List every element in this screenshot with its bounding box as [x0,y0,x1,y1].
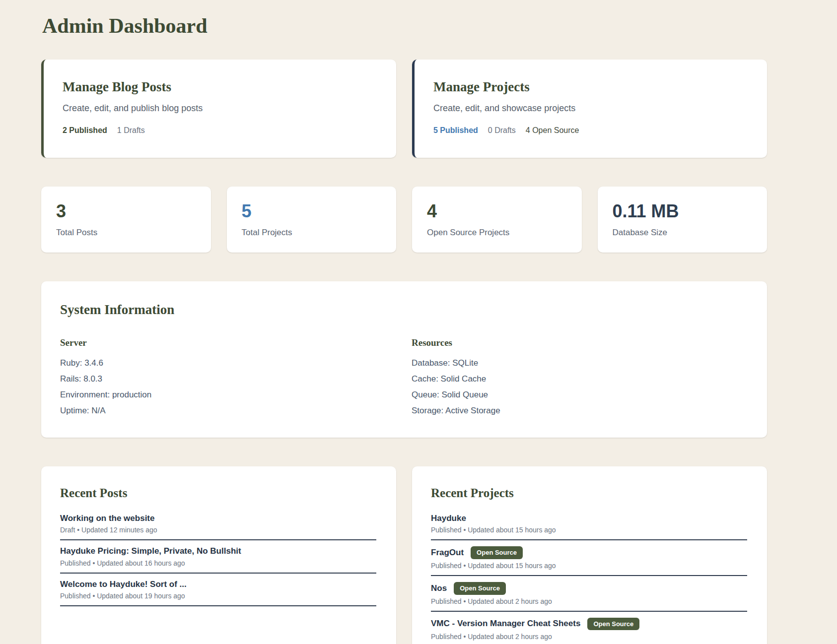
uptime: Uptime: N/A [60,406,396,415]
post-title[interactable]: Working on the website [60,514,154,523]
storage-info: Storage: Active Storage [412,406,747,415]
post-list-item[interactable]: Working on the website Draft • Updated 1… [60,514,376,540]
post-meta: Published • Updated about 16 hours ago [60,559,376,567]
post-list-item[interactable]: Welcome to Hayduke! Sort of ... Publishe… [60,580,376,606]
dashboard-page: Admin Dashboard Manage Blog Posts Create… [41,0,767,644]
total-projects-stat-card: 5 Total Projects [227,187,397,253]
project-list-item[interactable]: VMC - Version Manager Cheat Sheets Open … [431,618,747,644]
recent-row: Recent Posts Working on the website Draf… [41,466,767,644]
project-list-item[interactable]: Hayduke Published • Updated about 15 hou… [431,514,747,540]
open-source-count: 4 Open Source [526,126,579,135]
cache-info: Cache: Solid Cache [412,375,747,383]
published-count: 2 Published [63,126,107,135]
total-posts-stat-card: 3 Total Posts [41,187,211,253]
project-title[interactable]: FragOut [431,548,464,558]
stat-cards-row: 3 Total Posts 5 Total Projects 4 Open So… [41,187,767,253]
blog-posts-stats: 2 Published 1 Drafts [63,126,376,135]
recent-projects-card: Recent Projects Hayduke Published • Upda… [412,466,767,644]
queue-info: Queue: Solid Queue [412,390,747,399]
post-title[interactable]: Welcome to Hayduke! Sort of ... [60,580,187,589]
resources-heading: Resources [412,337,747,348]
open-source-badge: Open Source [587,618,639,631]
projects-stats: 5 Published 0 Drafts 4 Open Source [433,126,747,135]
open-source-projects-value: 4 [427,201,562,221]
server-column: Server Ruby: 3.4.6 Rails: 8.0.3 Environm… [60,337,396,415]
rails-version: Rails: 8.0.3 [60,375,396,383]
project-meta: Published • Updated about 15 hours ago [431,562,747,570]
total-projects-value: 5 [242,201,377,221]
total-projects-label: Total Projects [242,228,377,238]
resources-column: Resources Database: SQLite Cache: Solid … [412,337,747,415]
drafts-count: 1 Drafts [117,126,145,135]
project-meta: Published • Updated about 2 hours ago [431,633,747,641]
open-source-projects-stat-card: 4 Open Source Projects [412,187,582,253]
manage-blog-posts-card[interactable]: Manage Blog Posts Create, edit, and publ… [41,60,396,158]
system-information-card: System Information Server Ruby: 3.4.6 Ra… [41,281,767,438]
recent-projects-title: Recent Projects [431,486,747,500]
post-meta: Published • Updated about 19 hours ago [60,592,376,600]
manage-cards-row: Manage Blog Posts Create, edit, and publ… [41,60,767,158]
post-title[interactable]: Hayduke Pricing: Simple, Private, No Bul… [60,546,241,556]
drafts-count: 0 Drafts [488,126,516,135]
project-meta: Published • Updated about 15 hours ago [431,526,747,534]
database-size-value: 0.11 MB [613,201,748,221]
post-meta: Draft • Updated 12 minutes ago [60,526,376,534]
recent-posts-title: Recent Posts [60,486,376,500]
project-title[interactable]: Hayduke [431,514,466,523]
post-list-item[interactable]: Hayduke Pricing: Simple, Private, No Bul… [60,546,376,573]
recent-posts-list: Working on the website Draft • Updated 1… [60,514,376,606]
ruby-version: Ruby: 3.4.6 [60,359,396,367]
project-meta: Published • Updated about 2 hours ago [431,597,747,605]
published-count: 5 Published [433,126,478,135]
environment: Environment: production [60,390,396,399]
project-title[interactable]: VMC - Version Manager Cheat Sheets [431,619,580,629]
manage-blog-posts-title: Manage Blog Posts [63,79,376,95]
system-information-title: System Information [60,302,747,318]
recent-projects-list: Hayduke Published • Updated about 15 hou… [431,514,747,644]
database-size-stat-card: 0.11 MB Database Size [598,187,767,253]
total-posts-value: 3 [56,201,191,221]
project-list-item[interactable]: Nos Open Source Published • Updated abou… [431,582,747,612]
database-size-label: Database Size [613,228,748,238]
open-source-badge: Open Source [471,546,523,559]
total-posts-label: Total Posts [56,228,191,238]
recent-posts-card: Recent Posts Working on the website Draf… [41,466,396,644]
page-title: Admin Dashboard [42,14,767,38]
project-list-item[interactable]: FragOut Open Source Published • Updated … [431,546,747,576]
manage-projects-title: Manage Projects [433,79,747,95]
open-source-projects-label: Open Source Projects [427,228,562,238]
system-information-columns: Server Ruby: 3.4.6 Rails: 8.0.3 Environm… [60,337,747,415]
database-info: Database: SQLite [412,359,747,367]
server-heading: Server [60,337,396,348]
manage-projects-description: Create, edit, and showcase projects [433,103,747,114]
open-source-badge: Open Source [454,582,506,595]
manage-blog-posts-description: Create, edit, and publish blog posts [63,103,376,114]
manage-projects-card[interactable]: Manage Projects Create, edit, and showca… [412,60,767,158]
project-title[interactable]: Nos [431,583,447,593]
